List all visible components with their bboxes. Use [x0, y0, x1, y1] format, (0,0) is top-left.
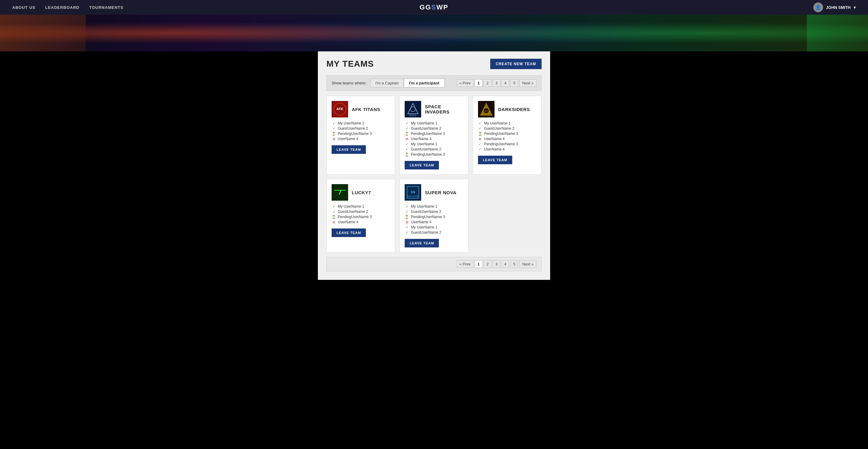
hero-banner [0, 15, 868, 51]
leave-team-button[interactable]: LEAVE TEAM [332, 145, 366, 154]
filter-label: Show teams where: [332, 81, 367, 85]
check-icon: ✓ [332, 127, 336, 130]
nav-leaderboard[interactable]: LEADERBOARD [45, 5, 80, 10]
page-3-top[interactable]: 3 [493, 79, 500, 87]
content-panel: MY TEAMS CREATE NEW TEAM Show teams wher… [318, 51, 550, 280]
member-name: GuestUserName 2 [338, 210, 368, 214]
team-header: SPACE SPACE INVADERS [405, 101, 463, 117]
team-logo: AFK [332, 101, 348, 117]
leave-team-button[interactable]: LEAVE TEAM [332, 229, 366, 237]
nav-about[interactable]: ABOUT US [12, 5, 35, 10]
team-card-lucky7: 7 LUCKY7 ✓ My UserName 1 ✓ GuestUserName… [327, 179, 395, 252]
page-2-top[interactable]: 2 [484, 79, 491, 87]
filter-options: I'm a Captain I'm a participant [370, 79, 444, 88]
filter-participant[interactable]: I'm a participant [404, 79, 444, 88]
member-name: GuestUserName 2 [411, 230, 441, 235]
header-nav: ABOUT US LEADERBOARD TOURNAMENTS [12, 5, 123, 10]
team-name: DARKSIDERS [498, 107, 530, 112]
svg-text:RACCOON: RACCOON [407, 195, 418, 197]
team-member: ✓ GuestUserName 2 [405, 230, 463, 235]
check-icon: ✓ [405, 205, 409, 209]
team-member: ⊘ UserName 4 [405, 137, 463, 141]
team-member: ✓ My UserName 1 [332, 121, 390, 125]
page-3-bottom[interactable]: 3 [493, 260, 500, 268]
pending-icon: ⏳ [332, 132, 336, 136]
team-member: ⏳ PendingUserName 3 [405, 152, 463, 157]
banned-icon: ⊘ [332, 137, 336, 141]
leave-team-button[interactable]: LEAVE TEAM [405, 161, 439, 170]
page-header: MY TEAMS CREATE NEW TEAM [327, 59, 541, 69]
nav-tournaments[interactable]: TOURNAMENTS [89, 5, 123, 10]
member-name: UserName 4 [338, 220, 358, 224]
team-header: SNRACCOON SUPER NOVA [405, 184, 463, 201]
create-team-button[interactable]: CREATE NEW TEAM [490, 59, 541, 69]
page-1-bottom[interactable]: 1 [475, 260, 482, 268]
banned-icon: ⊘ [332, 220, 336, 224]
member-name: PendingUserName 3 [411, 152, 445, 157]
team-member: ✓ PendingUserName 3 [478, 142, 536, 146]
team-member: ✓ My UserName 1 [405, 142, 463, 146]
team-members: ✓ My UserName 1 ✓ GuestUserName 2 ⏳ Pend… [478, 121, 536, 151]
member-name: PendingUserName 3 [484, 142, 518, 146]
svg-text:DS: DS [485, 110, 488, 112]
team-header: 7 LUCKY7 [332, 184, 390, 201]
check-icon: ✓ [478, 127, 482, 130]
prev-btn-top[interactable]: « Prev [457, 79, 474, 87]
member-name: GuestUserName 2 [484, 126, 515, 130]
next-btn-bottom[interactable]: Next » [519, 260, 536, 268]
pending-icon: ⏳ [478, 132, 482, 136]
pagination-bottom: « Prev 1 2 3 4 5 Next » [327, 257, 541, 271]
member-name: PendingUserName 3 [411, 131, 445, 136]
member-name: UserName 4 [338, 137, 358, 141]
pagination-top: « Prev 1 2 3 4 5 Next » [457, 79, 536, 87]
page-4-bottom[interactable]: 4 [501, 260, 509, 268]
hero-right [807, 15, 868, 51]
member-name: GuestUserName 2 [411, 210, 441, 214]
team-members: ✓ My UserName 1 ✓ GuestUserName 2 ⏳ Pend… [405, 121, 463, 157]
member-name: My UserName 1 [484, 121, 511, 125]
member-name: GuestUserName 2 [338, 126, 368, 130]
check-icon: ✓ [478, 142, 482, 146]
member-name: PendingUserName 3 [484, 131, 518, 136]
member-name: My UserName 1 [411, 142, 437, 146]
prev-btn-bottom[interactable]: « Prev [457, 260, 474, 268]
team-member: ⊘ UserName 4 [332, 220, 390, 224]
team-card-space-invaders: SPACE SPACE INVADERS ✓ My UserName 1 ✓ G… [400, 96, 468, 175]
pending-icon: ⏳ [405, 132, 409, 136]
page-title: MY TEAMS [327, 59, 374, 69]
team-member: ⊘ UserName 4 [332, 137, 390, 141]
banned-icon: ⊘ [478, 137, 482, 141]
team-member: ⏳ PendingUserName 3 [332, 215, 390, 219]
team-member: ✓ GuestUserName 2 [332, 210, 390, 214]
team-logo: SPACE [405, 101, 421, 117]
team-card-afk-titans: AFK AFK TITANS ✓ My UserName 1 ✓ GuestUs… [327, 96, 395, 175]
team-member: ✓ My UserName 1 [405, 225, 463, 230]
team-header: AFK AFK TITANS [332, 101, 390, 117]
filter-bar-top: Show teams where: I'm a Captain I'm a pa… [327, 75, 541, 91]
page-4-top[interactable]: 4 [501, 79, 509, 87]
team-member: ⏳ PendingUserName 3 [332, 131, 390, 136]
page-5-top[interactable]: 5 [510, 79, 518, 87]
check-icon: ✓ [405, 231, 409, 235]
team-member: ⊘ UserName 4 [478, 137, 536, 141]
team-logo: SNRACCOON [405, 184, 421, 201]
filter-captain[interactable]: I'm a Captain [370, 79, 404, 88]
user-menu[interactable]: 👤 JOHN SMITH ▾ [813, 2, 856, 12]
next-btn-top[interactable]: Next » [519, 79, 536, 87]
page-5-bottom[interactable]: 5 [510, 260, 518, 268]
banned-icon: ⊘ [405, 220, 409, 224]
pending-icon: ⏳ [332, 215, 336, 219]
leave-team-button[interactable]: LEAVE TEAM [478, 156, 512, 164]
team-member: ✓ GuestUserName 2 [478, 126, 536, 130]
page-2-bottom[interactable]: 2 [484, 260, 491, 268]
check-icon: ✓ [405, 127, 409, 130]
team-member: ⏳ PendingUserName 3 [478, 131, 536, 136]
page-1-top[interactable]: 1 [475, 79, 482, 87]
leave-team-button[interactable]: LEAVE TEAM [405, 239, 439, 247]
member-name: My UserName 1 [411, 204, 437, 209]
member-name: My UserName 1 [411, 121, 437, 125]
member-name: My UserName 1 [411, 225, 437, 230]
team-member: ✓ My UserName 1 [478, 121, 536, 125]
check-icon: ✓ [405, 142, 409, 146]
hero-art [0, 15, 868, 51]
